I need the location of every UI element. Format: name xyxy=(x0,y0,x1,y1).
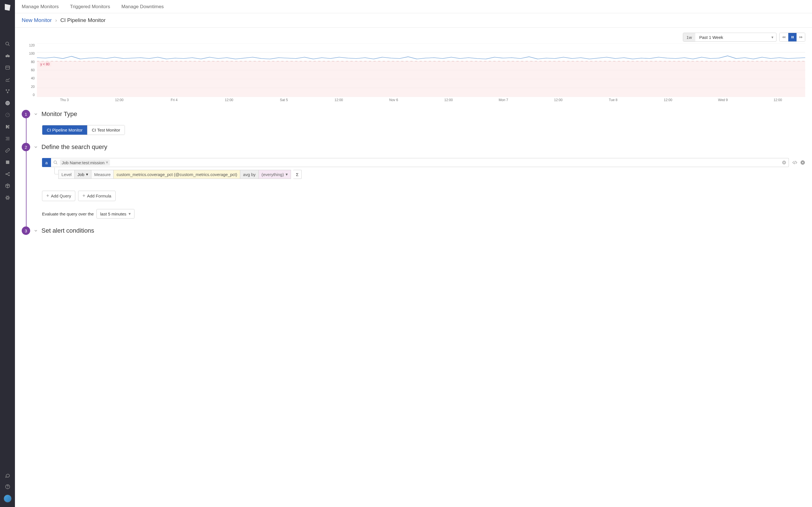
pause-button[interactable] xyxy=(788,33,797,41)
svg-line-11 xyxy=(6,90,8,93)
add-formula-button[interactable]: +Add Formula xyxy=(78,191,115,201)
chevron-down-icon[interactable] xyxy=(34,228,38,233)
evaluate-label: Evaluate the query over the xyxy=(42,212,94,216)
level-label: Level xyxy=(58,170,75,179)
measure-label: Measure xyxy=(91,170,114,179)
time-range-picker[interactable]: 1w Past 1 Week ▾ xyxy=(683,33,776,42)
svg-point-2 xyxy=(5,55,8,57)
svg-point-21 xyxy=(6,174,6,175)
query-connector xyxy=(54,168,58,174)
avgby-label: avg by xyxy=(240,170,259,179)
query-filter-chip[interactable]: Job Name:test:mission × xyxy=(60,159,110,166)
flow-icon[interactable] xyxy=(4,171,11,177)
logs-icon[interactable] xyxy=(4,135,11,142)
y-axis: 120 100 80 60 40 20 0 xyxy=(22,43,37,97)
close-icon[interactable]: × xyxy=(106,160,108,165)
infra-icon[interactable] xyxy=(4,88,11,95)
svg-line-1 xyxy=(8,45,10,46)
tab-manage-monitors[interactable]: Manage Monitors xyxy=(22,4,59,10)
svg-point-42 xyxy=(54,161,56,163)
svg-line-17 xyxy=(8,114,8,115)
top-tabs: Manage Monitors Triggered Monitors Manag… xyxy=(15,0,812,13)
left-sidebar xyxy=(0,0,15,507)
step-title-monitor-type: Monitor Type xyxy=(42,110,77,118)
groupby-select[interactable]: (everything)▾ xyxy=(259,170,291,179)
tab-manage-downtimes[interactable]: Manage Downtimes xyxy=(121,4,163,10)
chevron-right-icon: › xyxy=(55,17,57,23)
atom-icon[interactable] xyxy=(4,194,11,201)
help-icon[interactable] xyxy=(4,483,11,490)
chevron-down-icon[interactable] xyxy=(34,145,38,149)
query-input[interactable]: Job Name:test:mission × xyxy=(51,158,789,167)
svg-point-23 xyxy=(8,175,9,176)
step-badge-3: 3 xyxy=(22,226,30,235)
playback-controls xyxy=(779,33,805,42)
step-title-alert-conditions: Set alert conditions xyxy=(42,227,94,234)
time-range-badge: 1w xyxy=(683,33,695,41)
svg-rect-4 xyxy=(7,55,8,55)
breadcrumb-link[interactable]: New Monitor xyxy=(22,17,52,23)
toggle-ci-pipeline[interactable]: CI Pipeline Monitor xyxy=(42,125,87,135)
search-icon xyxy=(53,160,58,165)
gauge-icon[interactable] xyxy=(4,112,11,118)
svg-line-12 xyxy=(8,90,9,93)
chart-icon[interactable] xyxy=(4,76,11,83)
query-letter: a xyxy=(42,158,51,167)
puzzle-icon[interactable] xyxy=(4,123,11,130)
tab-triggered-monitors[interactable]: Triggered Monitors xyxy=(70,4,110,10)
svg-line-24 xyxy=(6,173,9,174)
evaluate-window-select[interactable]: last 5 minutes ▾ xyxy=(96,209,135,219)
step-title-search-query: Define the search query xyxy=(42,144,107,151)
svg-point-22 xyxy=(8,172,9,173)
breadcrumb-current: CI Pipeline Monitor xyxy=(60,17,106,23)
chart-plot: y < 80 xyxy=(37,43,805,97)
chart: 120 100 80 60 40 20 0 xyxy=(22,43,805,97)
search-icon[interactable] xyxy=(4,41,11,47)
svg-point-0 xyxy=(6,42,9,45)
list-icon[interactable] xyxy=(4,64,11,71)
step-badge-1: 1 xyxy=(22,110,30,118)
threshold-label: y < 80 xyxy=(39,62,51,66)
logo-icon[interactable] xyxy=(3,2,13,12)
breadcrumb: New Monitor › CI Pipeline Monitor xyxy=(15,13,812,27)
code-icon[interactable] xyxy=(792,160,797,165)
book-icon[interactable] xyxy=(4,159,11,166)
forward-button[interactable] xyxy=(797,33,805,41)
rewind-button[interactable] xyxy=(779,33,788,41)
add-query-button[interactable]: +Add Query xyxy=(42,191,75,201)
chevron-down-icon[interactable] xyxy=(34,112,38,116)
chat-icon[interactable] xyxy=(4,472,11,479)
svg-point-30 xyxy=(7,488,8,488)
binoculars-icon[interactable] xyxy=(4,52,11,59)
svg-point-15 xyxy=(7,103,8,103)
svg-rect-31 xyxy=(792,36,792,38)
svg-line-43 xyxy=(56,163,57,164)
svg-rect-40 xyxy=(37,61,805,97)
time-range-label: Past 1 Week xyxy=(695,35,769,40)
toggle-ci-test[interactable]: CI Test Monitor xyxy=(87,125,125,135)
sigma-button[interactable]: Σ xyxy=(293,170,302,179)
svg-point-3 xyxy=(8,55,10,57)
clear-icon[interactable] xyxy=(782,160,786,165)
cube-icon[interactable] xyxy=(4,182,11,189)
remove-icon[interactable] xyxy=(800,160,805,165)
x-axis: Thu 312:00Fri 412:00Sat 512:00Nov 612:00… xyxy=(37,97,805,102)
monitor-type-toggle: CI Pipeline Monitor CI Test Monitor xyxy=(42,125,125,135)
measure-value[interactable]: custom_metrics.coverage_pct (@custom_met… xyxy=(114,170,240,179)
step-badge-2: 2 xyxy=(22,143,30,151)
link-icon[interactable] xyxy=(4,147,11,154)
svg-point-26 xyxy=(5,197,10,199)
avatar[interactable] xyxy=(4,495,11,503)
chevron-down-icon: ▾ xyxy=(769,35,776,40)
svg-rect-5 xyxy=(6,66,10,69)
level-select[interactable]: Job▾ xyxy=(75,170,91,179)
target-icon[interactable] xyxy=(4,100,11,107)
svg-line-45 xyxy=(795,161,795,164)
svg-rect-32 xyxy=(793,36,794,38)
svg-line-25 xyxy=(6,174,9,175)
